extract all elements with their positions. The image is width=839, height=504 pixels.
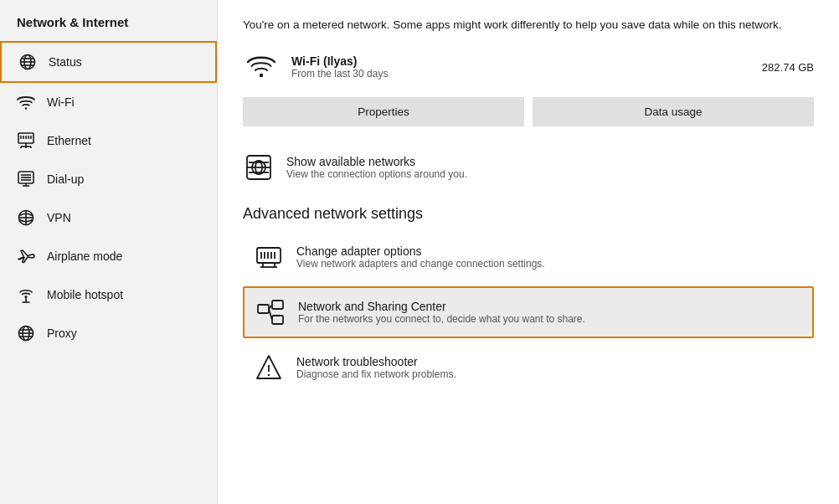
sidebar-item-label-status: Status	[49, 55, 82, 69]
sharing-sub: For the networks you connect to, decide …	[298, 313, 585, 325]
troubleshooter-icon	[253, 352, 285, 383]
svg-point-57	[268, 374, 270, 376]
sidebar-item-vpn[interactable]: VPN	[0, 198, 217, 237]
wifi-icon	[17, 93, 35, 111]
adapter-text: Change adapter options View network adap…	[296, 244, 545, 270]
sidebar-item-label-vpn: VPN	[47, 211, 71, 224]
main-content: You're on a metered network. Some apps m…	[218, 0, 839, 504]
sharing-text: Network and Sharing Center For the netwo…	[298, 300, 585, 325]
sidebar-item-status[interactable]: Status	[0, 41, 217, 83]
svg-rect-50	[258, 305, 269, 313]
sidebar-item-hotspot[interactable]: Mobile hotspot	[0, 275, 217, 314]
change-adapter-item[interactable]: Change adapter options View network adap…	[243, 233, 814, 281]
troubleshooter-sub: Diagnose and fix network problems.	[296, 368, 456, 380]
sidebar-item-proxy[interactable]: Proxy	[0, 314, 217, 352]
sharing-icon	[255, 296, 286, 328]
svg-point-34	[260, 74, 263, 77]
show-networks-title: Show available networks	[286, 155, 467, 168]
network-data-usage: 282.74 GB	[762, 61, 814, 74]
properties-button[interactable]: Properties	[243, 97, 524, 126]
troubleshooter-item[interactable]: Network troubleshooter Diagnose and fix …	[243, 343, 814, 392]
show-networks-icon	[243, 152, 275, 183]
sidebar-item-label-ethernet: Ethernet	[47, 134, 91, 147]
show-networks-sub: View the connection options around you.	[286, 168, 467, 180]
network-info: Wi-Fi (Ilyas) From the last 30 days	[291, 54, 750, 80]
vpn-icon	[17, 208, 35, 227]
hotspot-icon	[17, 285, 35, 304]
svg-point-5	[25, 107, 27, 109]
sidebar: Network & Internet Status Wi-Fi	[0, 0, 218, 504]
sidebar-item-label-hotspot: Mobile hotspot	[47, 288, 123, 301]
network-name: Wi-Fi (Ilyas)	[291, 54, 750, 68]
sidebar-item-label-dialup: Dial-up	[47, 172, 84, 186]
sidebar-item-wifi[interactable]: Wi-Fi	[0, 83, 217, 121]
airplane-icon	[17, 247, 35, 265]
sidebar-item-label-airplane: Airplane mode	[47, 249, 122, 263]
dialup-icon	[17, 170, 35, 188]
troubleshooter-text: Network troubleshooter Diagnose and fix …	[296, 355, 456, 380]
data-usage-button[interactable]: Data usage	[533, 97, 814, 126]
metered-notice: You're on a metered network. Some apps m…	[243, 17, 814, 33]
sidebar-title: Network & Internet	[0, 7, 217, 41]
show-networks-text: Show available networks View the connect…	[286, 155, 467, 180]
network-card: Wi-Fi (Ilyas) From the last 30 days 282.…	[243, 49, 814, 85]
sharing-title: Network and Sharing Center	[298, 300, 585, 313]
troubleshooter-title: Network troubleshooter	[296, 355, 456, 368]
sidebar-item-airplane[interactable]: Airplane mode	[0, 237, 217, 275]
sidebar-item-label-wifi: Wi-Fi	[47, 95, 75, 109]
sharing-center-item[interactable]: Network and Sharing Center For the netwo…	[243, 286, 814, 338]
sidebar-item-dialup[interactable]: Dial-up	[0, 160, 217, 198]
ethernet-icon	[17, 131, 35, 150]
show-networks-item[interactable]: Show available networks View the connect…	[243, 145, 814, 190]
proxy-icon	[17, 324, 35, 342]
wifi-signal-icon	[243, 49, 280, 85]
adapter-icon	[253, 241, 285, 273]
adapter-sub: View network adapters and change connect…	[296, 258, 545, 270]
network-sub: From the last 30 days	[291, 68, 750, 80]
globe-icon	[18, 53, 37, 71]
svg-rect-51	[272, 301, 283, 309]
sidebar-item-ethernet[interactable]: Ethernet	[0, 121, 217, 160]
adapter-title: Change adapter options	[296, 244, 545, 258]
network-buttons: Properties Data usage	[243, 97, 814, 126]
svg-line-54	[269, 309, 272, 320]
svg-rect-52	[272, 316, 283, 324]
sidebar-item-label-proxy: Proxy	[47, 327, 77, 340]
advanced-section-title: Advanced network settings	[243, 205, 814, 223]
